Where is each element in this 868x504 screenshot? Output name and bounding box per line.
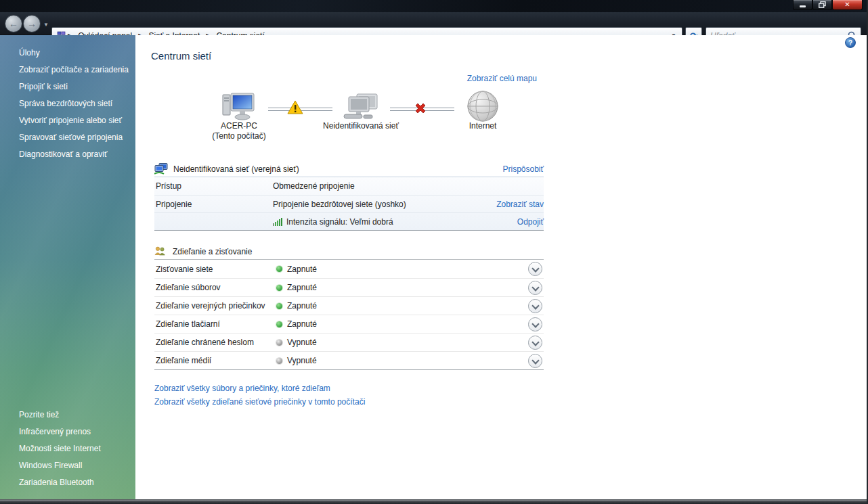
sidebar-item-windows-firewall[interactable]: Windows Firewall	[19, 457, 130, 474]
access-value: Obmedzené pripojenie	[273, 181, 355, 191]
help-icon: ?	[848, 39, 852, 47]
share-row-label: Zdieľanie chránené heslom	[154, 338, 276, 347]
this-computer-icon[interactable]	[222, 91, 256, 122]
sidebar-item-manage-wireless[interactable]: Správa bezdrôtových sietí	[19, 95, 130, 112]
back-button[interactable]: ←	[5, 15, 22, 32]
network-name-label: Neidentifikovaná sieť	[307, 121, 415, 131]
status-on-icon	[276, 285, 282, 291]
expand-chevron-button[interactable]	[528, 281, 542, 295]
close-button[interactable]: ✕	[832, 0, 863, 10]
access-row: Prístup Obmedzené pripojenie	[154, 177, 544, 195]
unidentified-network-node: Neidentifikovaná sieť	[307, 121, 415, 131]
status-off-icon	[276, 358, 282, 364]
main-content: Centrum sietí ? Zobraziť celú mapu ACER-…	[135, 35, 867, 499]
share-row-status: Vypnuté	[287, 338, 317, 347]
close-icon: ✕	[844, 1, 850, 8]
sidebar-item-diagnose-repair[interactable]: Diagnostikovať a opraviť	[19, 146, 130, 163]
share-row-label: Zisťovanie siete	[154, 265, 276, 274]
signal-value: Intenzita signálu: Veľmi dobrá	[286, 217, 393, 227]
share-row-status: Zapnuté	[287, 301, 317, 311]
share-row-label: Zdieľanie súborov	[154, 283, 276, 292]
navigation-bar: ← → ▼ ▶ Ovládací panel ▶ Sieť a Internet…	[0, 12, 868, 35]
share-row-status: Zapnuté	[287, 265, 317, 274]
internet-node: Internet	[429, 121, 537, 131]
view-full-map-link[interactable]: Zobraziť celú mapu	[467, 74, 537, 83]
error-x-icon	[413, 101, 428, 116]
share-row-password-protected[interactable]: Zdieľanie chránené heslom Vypnuté	[154, 333, 544, 351]
access-label: Prístup	[154, 181, 273, 191]
share-row-status: Vypnuté	[287, 356, 317, 365]
signal-strength-icon	[273, 217, 283, 226]
connection-value: Pripojenie bezdrôtovej siete (yoshko)	[273, 200, 406, 209]
forward-icon: →	[27, 18, 37, 29]
sharing-people-icon	[154, 246, 166, 256]
sharing-header: Zdieľanie a zisťovanie	[154, 244, 544, 260]
signal-row: Intenzita signálu: Veľmi dobrá Odpojiť	[154, 212, 544, 230]
network-details-title: Neidentifikovaná sieť (verejná sieť)	[173, 164, 299, 174]
history-dropdown[interactable]: ▼	[43, 22, 49, 28]
restore-icon	[819, 1, 826, 8]
connection-label: Pripojenie	[154, 200, 273, 209]
show-shared-network-folders-link[interactable]: Zobraziť všetky zdieľané sieťové priečin…	[154, 395, 365, 409]
expand-chevron-button[interactable]	[528, 354, 542, 368]
warning-icon	[287, 100, 303, 114]
page-title: Centrum sietí	[151, 50, 211, 62]
share-row-status: Zapnuté	[287, 319, 317, 329]
expand-chevron-button[interactable]	[528, 317, 542, 331]
expand-chevron-button[interactable]	[528, 262, 542, 276]
see-also-header: Pozrite tiež	[19, 407, 130, 423]
status-on-icon	[276, 321, 282, 327]
share-row-network-discovery[interactable]: Zisťovanie siete Zapnuté	[154, 260, 544, 278]
share-row-printer-sharing[interactable]: Zdieľanie tlačiarní Zapnuté	[154, 315, 544, 333]
footer-links: Zobraziť všetky súbory a priečinky, ktor…	[154, 382, 365, 409]
share-row-file-sharing[interactable]: Zdieľanie súborov Zapnuté	[154, 278, 544, 296]
window-controls: ✕	[793, 0, 863, 10]
share-row-public-folder[interactable]: Zdieľanie verejných priečinkov Zapnuté	[154, 296, 544, 315]
status-on-icon	[276, 303, 282, 309]
computer-name-label: ACER-PC	[185, 121, 293, 131]
sidebar-item-internet-options[interactable]: Možnosti siete Internet	[19, 440, 130, 457]
window-bottom-frame	[0, 499, 868, 504]
disconnect-link[interactable]: Odpojiť	[517, 217, 544, 227]
restore-button[interactable]	[812, 0, 832, 10]
share-row-label: Zdieľanie verejných priečinkov	[154, 301, 276, 311]
expand-chevron-button[interactable]	[528, 336, 542, 350]
sharing-rows: Zisťovanie siete Zapnuté Zdieľanie súbor…	[154, 260, 544, 370]
share-row-status: Zapnuté	[287, 283, 317, 292]
minimize-button[interactable]	[793, 0, 812, 10]
status-off-icon	[276, 340, 282, 346]
unidentified-network-icon[interactable]	[343, 93, 379, 121]
view-status-link[interactable]: Zobraziť stav	[496, 200, 544, 209]
share-row-label: Zdieľanie tlačiarní	[154, 319, 276, 329]
tasks-header: Úlohy	[19, 45, 130, 62]
computer-sub-label: (Tento počítač)	[185, 131, 293, 141]
sidebar-item-view-computers[interactable]: Zobraziť počítače a zariadenia	[19, 62, 130, 78]
see-also-section: Pozrite tiež Infračervený prenos Možnost…	[19, 407, 130, 491]
share-row-media-sharing[interactable]: Zdieľanie médií Vypnuté	[154, 351, 544, 369]
connection-row: Pripojenie Pripojenie bezdrôtovej siete …	[154, 195, 544, 212]
sidebar-item-manage-connections[interactable]: Spravovať sieťové pripojenia	[19, 129, 130, 146]
tasks-section: Úlohy Zobraziť počítače a zariadenia Pri…	[19, 45, 130, 163]
sharing-title: Zdieľanie a zisťovanie	[173, 247, 252, 256]
internet-globe-icon[interactable]	[466, 90, 499, 122]
network-details-header: Neidentifikovaná sieť (verejná sieť) Pri…	[154, 161, 544, 177]
network-details-card: Neidentifikovaná sieť (verejná sieť) Pri…	[154, 161, 544, 231]
expand-chevron-button[interactable]	[528, 299, 542, 313]
forward-button[interactable]: →	[23, 15, 41, 32]
sidebar-item-connect-network[interactable]: Pripojiť k sieti	[19, 78, 130, 95]
back-icon: ←	[9, 18, 18, 29]
sharing-card: Zdieľanie a zisťovanie Zisťovanie siete …	[154, 244, 544, 370]
sidebar: Úlohy Zobraziť počítače a zariadenia Pri…	[0, 35, 135, 499]
titlebar: ✕	[0, 0, 868, 12]
customize-link[interactable]: Prispôsobiť	[502, 164, 544, 174]
show-shared-files-link[interactable]: Zobraziť všetky súbory a priečinky, ktor…	[154, 382, 365, 395]
sidebar-item-bluetooth[interactable]: Zariadenia Bluetooth	[19, 474, 130, 491]
this-computer-node: ACER-PC (Tento počítač)	[185, 121, 293, 141]
network-details-rows: Prístup Obmedzené pripojenie Pripojenie …	[154, 177, 544, 231]
help-button[interactable]: ?	[845, 37, 856, 48]
sidebar-item-infrared[interactable]: Infračervený prenos	[19, 423, 130, 440]
share-row-label: Zdieľanie médií	[154, 356, 276, 365]
sidebar-item-setup-connection[interactable]: Vytvoriť pripojenie alebo sieť	[19, 112, 130, 129]
internet-label: Internet	[429, 121, 537, 131]
minimize-icon	[800, 5, 806, 7]
